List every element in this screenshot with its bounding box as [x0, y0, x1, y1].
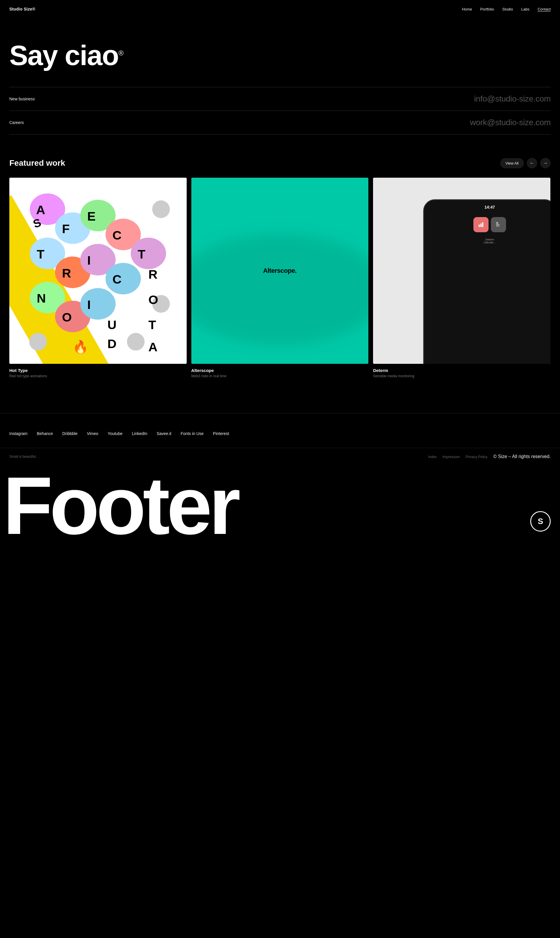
contact-label-business: New business: [9, 97, 35, 101]
featured-header: Featured work View All ← →: [9, 158, 551, 168]
card-name-determ: Determ: [373, 368, 550, 373]
social-link-youtube[interactable]: Youtube: [108, 431, 123, 436]
svg-rect-47: [498, 225, 499, 226]
footer-bar: Small is beautiful. Index Impressum Priv…: [0, 448, 560, 540]
social-link-fonts-in-use[interactable]: Fonts in Use: [181, 431, 204, 436]
svg-text:D: D: [107, 337, 116, 351]
social-link-vimeo[interactable]: Vimeo: [87, 431, 98, 436]
phone-icon-determ: [473, 217, 489, 232]
svg-text:O: O: [62, 310, 72, 324]
alterscope-blob: [191, 233, 369, 345]
svg-point-28: [127, 333, 145, 351]
footer-copyright: © Size – All rights reserved.: [493, 454, 551, 459]
featured-controls: View All ← →: [500, 158, 551, 168]
contact-email-business[interactable]: info@studio-size.com: [474, 94, 551, 103]
card-alterscope[interactable]: Alterscope. Alterscope Web3 risks in rea…: [191, 178, 369, 378]
social-section: Instagram Behance Dribbble Vimeo Youtube…: [0, 413, 560, 442]
next-arrow-button[interactable]: →: [540, 158, 551, 168]
social-links-list: Instagram Behance Dribbble Vimeo Youtube…: [9, 431, 551, 436]
svg-text:E: E: [87, 209, 96, 223]
svg-rect-46: [497, 225, 498, 226]
social-item-instagram[interactable]: Instagram: [9, 431, 28, 436]
card-desc-determ: Sensible media monitoring: [373, 374, 550, 378]
svg-rect-43: [497, 224, 498, 225]
social-item-linkedin[interactable]: LinkedIn: [132, 431, 147, 436]
phone-mockup: 14:47: [423, 199, 550, 364]
svg-text:C: C: [112, 228, 122, 242]
svg-rect-44: [498, 224, 499, 225]
nav-item-home[interactable]: Home: [462, 6, 472, 12]
phone-icon-calc: [491, 217, 506, 232]
card-determ[interactable]: 14:47: [373, 178, 550, 378]
svg-rect-45: [496, 225, 497, 226]
social-item-fonts-in-use[interactable]: Fonts in Use: [181, 431, 204, 436]
determ-visual: 14:47: [373, 178, 550, 364]
footer-link-privacy[interactable]: Privacy Policy: [466, 454, 488, 459]
card-name-alterscope: Alterscope: [191, 368, 369, 373]
featured-title: Featured work: [9, 159, 65, 168]
nav-item-labs[interactable]: Labs: [521, 6, 529, 12]
svg-point-29: [29, 333, 47, 351]
card-image-alterscope: Alterscope.: [191, 178, 369, 364]
footer-link-index[interactable]: Index: [428, 454, 437, 459]
footer-logo-circle: S: [530, 511, 551, 531]
svg-text:R: R: [148, 267, 157, 281]
social-item-youtube[interactable]: Youtube: [108, 431, 123, 436]
svg-text:I: I: [87, 253, 91, 267]
contact-label-careers: Careers: [9, 120, 24, 125]
svg-rect-38: [478, 225, 480, 227]
hot-type-visual: A F E C T R I C N O I T: [9, 178, 187, 364]
svg-rect-42: [496, 224, 497, 225]
footer-bar-inner: Small is beautiful. Index Impressum Priv…: [0, 448, 560, 465]
contact-section: New business info@studio-size.com Career…: [0, 87, 560, 134]
svg-rect-41: [496, 222, 498, 223]
footer-logo-letter: S: [538, 517, 543, 526]
svg-point-12: [80, 288, 115, 319]
nav-item-studio[interactable]: Studio: [502, 6, 513, 12]
prev-arrow-button[interactable]: ←: [527, 158, 537, 168]
logo[interactable]: Studio Size®: [9, 7, 35, 11]
svg-text:A: A: [36, 203, 45, 217]
svg-text:R: R: [62, 266, 71, 280]
svg-point-26: [152, 200, 170, 218]
svg-text:T: T: [37, 247, 44, 261]
social-item-vimeo[interactable]: Vimeo: [87, 431, 98, 436]
social-item-behance[interactable]: Behance: [37, 431, 53, 436]
footer-tagline: Small is beautiful.: [9, 454, 37, 459]
svg-text:O: O: [148, 293, 158, 307]
social-link-dribbble[interactable]: Dribbble: [62, 431, 78, 436]
nav-item-portfolio[interactable]: Portfolio: [480, 6, 494, 12]
svg-rect-40: [482, 222, 483, 227]
view-all-button[interactable]: View All: [500, 158, 524, 168]
svg-text:F: F: [62, 222, 70, 236]
card-name-hot-type: Hot Type: [9, 368, 187, 373]
hero-dot: ®: [118, 49, 123, 57]
svg-text:U: U: [107, 318, 116, 332]
social-link-pinterest[interactable]: Pinterest: [213, 431, 229, 436]
social-link-behance[interactable]: Behance: [37, 431, 53, 436]
alterscope-visual: Alterscope.: [191, 178, 369, 364]
phone-app-label-determ: Determ: [485, 238, 494, 241]
social-item-savee[interactable]: Savee.it: [157, 431, 171, 436]
cards-container: A F E C T R I C N O I T: [9, 178, 551, 378]
contact-email-careers[interactable]: work@studio-size.com: [470, 118, 551, 127]
big-footer-text: Footer: [0, 471, 560, 540]
phone-time: 14:47: [485, 205, 495, 209]
card-image-determ: 14:47: [373, 178, 550, 364]
card-desc-alterscope: Web3 risks in real time: [191, 374, 369, 378]
footer-link-impressum[interactable]: Impressum: [443, 454, 460, 459]
svg-point-13: [131, 237, 166, 269]
social-item-dribbble[interactable]: Dribbble: [62, 431, 78, 436]
alterscope-logo-text: Alterscope.: [263, 267, 297, 274]
svg-text:T: T: [148, 318, 156, 332]
contact-row-careers: Careers work@studio-size.com: [9, 111, 551, 134]
svg-rect-39: [480, 223, 482, 227]
svg-point-9: [106, 263, 141, 294]
card-hot-type[interactable]: A F E C T R I C N O I T: [9, 178, 187, 378]
social-link-instagram[interactable]: Instagram: [9, 431, 28, 436]
social-link-linkedin[interactable]: LinkedIn: [132, 431, 147, 436]
social-item-pinterest[interactable]: Pinterest: [213, 431, 229, 436]
nav-item-contact[interactable]: Contact: [537, 6, 551, 12]
social-link-savee[interactable]: Savee.it: [157, 431, 171, 436]
phone-app-label-calc: Calculat…: [483, 241, 496, 244]
